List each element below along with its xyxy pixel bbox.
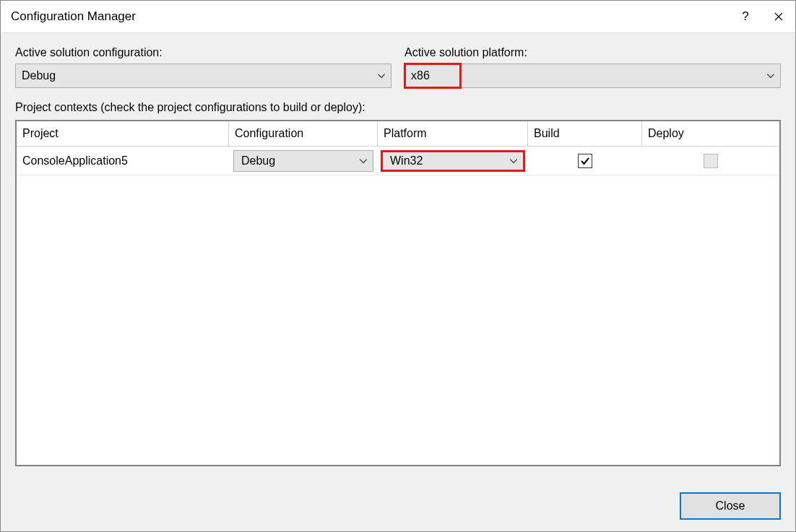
grid-header-row: Project Configuration Platform Build Dep… xyxy=(17,121,779,147)
active-config-dropdown[interactable]: Debug xyxy=(15,64,391,88)
active-platform-group: Active solution platform: x86 xyxy=(405,46,781,88)
cell-build xyxy=(528,147,642,175)
cell-configuration: Debug xyxy=(229,147,378,175)
row-platform-value: Win32 xyxy=(390,154,509,167)
active-platform-value: x86 xyxy=(411,69,766,82)
header-project[interactable]: Project xyxy=(17,121,229,146)
window-title: Configuration Manager xyxy=(11,9,729,24)
cell-platform: Win32 xyxy=(378,147,528,175)
checkmark-icon xyxy=(580,156,590,166)
titlebar-controls: ? xyxy=(729,1,795,32)
cell-deploy xyxy=(642,147,779,175)
dialog-footer: Close xyxy=(1,481,795,531)
dialog-content: Active solution configuration: Debug Act… xyxy=(1,33,795,481)
window-close-button[interactable] xyxy=(762,1,795,32)
row-platform-dropdown[interactable]: Win32 xyxy=(381,150,525,172)
row-configuration-value: Debug xyxy=(241,154,358,167)
close-icon xyxy=(774,12,783,21)
deploy-checkbox xyxy=(704,154,718,168)
active-config-value: Debug xyxy=(22,69,376,82)
header-build[interactable]: Build xyxy=(528,121,642,146)
chevron-down-icon xyxy=(509,156,519,166)
active-platform-dropdown[interactable]: x86 xyxy=(405,64,781,88)
project-contexts-label: Project contexts (check the project conf… xyxy=(15,101,781,114)
cell-project-name: ConsoleApplication5 xyxy=(17,147,229,175)
chevron-down-icon xyxy=(376,71,386,81)
chevron-down-icon xyxy=(766,71,776,81)
row-configuration-dropdown[interactable]: Debug xyxy=(233,150,373,172)
solution-selectors-row: Active solution configuration: Debug Act… xyxy=(15,46,781,88)
active-config-group: Active solution configuration: Debug xyxy=(15,46,391,88)
header-configuration[interactable]: Configuration xyxy=(229,121,378,146)
table-row: ConsoleApplication5 Debug Win32 xyxy=(17,147,779,175)
titlebar: Configuration Manager ? xyxy=(1,1,795,33)
build-checkbox[interactable] xyxy=(578,154,592,168)
help-button[interactable]: ? xyxy=(729,1,762,32)
close-button-label: Close xyxy=(716,500,745,513)
active-platform-label: Active solution platform: xyxy=(405,46,781,59)
active-config-label: Active solution configuration: xyxy=(15,46,391,59)
header-platform[interactable]: Platform xyxy=(378,121,528,146)
chevron-down-icon xyxy=(358,156,368,166)
close-button[interactable]: Close xyxy=(680,492,781,520)
project-contexts-grid: Project Configuration Platform Build Dep… xyxy=(15,120,781,466)
header-deploy[interactable]: Deploy xyxy=(642,121,779,146)
